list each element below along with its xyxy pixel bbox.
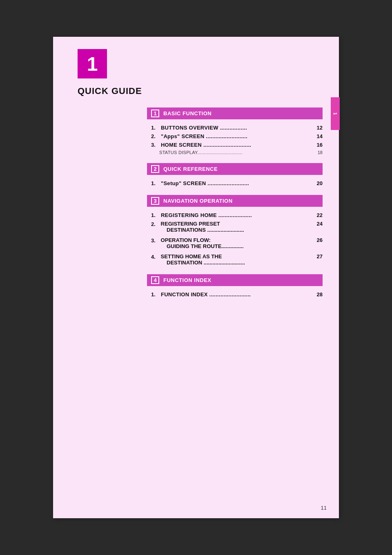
chapter-tab-label: 1 [333,112,338,115]
chapter-tab-active: 1 [331,97,340,130]
section-title-3: NAVIGATION OPERATION [163,198,233,204]
toc-sub-1-3-1: STATUS DISPLAY..........................… [147,149,323,156]
toc-entry-3-1: 1. REGISTERING HOME ....................… [147,211,323,219]
chapter-badge: 1 [78,49,107,78]
toc-entry-3-4: 4. SETTING HOME AS THE DESTINATION .....… [147,252,323,267]
section-badge-3: 3 [151,197,159,205]
section-title-2: QUICK REFERENCE [163,166,218,172]
toc-entry-3-2: 2. REGISTERING PRESET DESTINATIONS .....… [147,219,323,234]
section-badge-2: 2 [151,165,159,173]
section-badge-1: 1 [151,110,159,117]
section-title-4: FUNCTION INDEX [163,277,212,283]
document-page: 1 1 QUICK GUIDE 1 BASIC FUNCTION 1. BUTT… [53,37,339,518]
toc-entry-1-3: 3. HOME SCREEN .........................… [147,141,323,149]
chapter-number: 1 [87,53,98,75]
section-badge-4: 4 [151,276,159,284]
section-header-1: 1 BASIC FUNCTION [147,107,323,119]
section-header-2: 2 QUICK REFERENCE [147,163,323,175]
page-number: 11 [321,505,327,511]
page-title: QUICK GUIDE [78,86,142,96]
toc-entry-4-1: 1. FUNCTION INDEX ......................… [147,290,323,299]
section-header-4: 4 FUNCTION INDEX [147,274,323,286]
section-header-3: 3 NAVIGATION OPERATION [147,195,323,207]
toc-content: 1 BASIC FUNCTION 1. BUTTONS OVERVIEW ...… [147,104,323,299]
toc-entry-1-1: 1. BUTTONS OVERVIEW ................. 12 [147,123,323,132]
toc-entry-1-2: 2. "Apps" SCREEN .......................… [147,132,323,141]
section-title-1: BASIC FUNCTION [163,110,212,116]
toc-entry-2-1: 1. "Setup" SCREEN ......................… [147,179,323,188]
toc-entry-3-3: 3. OPERATION FLOW: GUIDING THE ROUTE....… [147,236,323,251]
